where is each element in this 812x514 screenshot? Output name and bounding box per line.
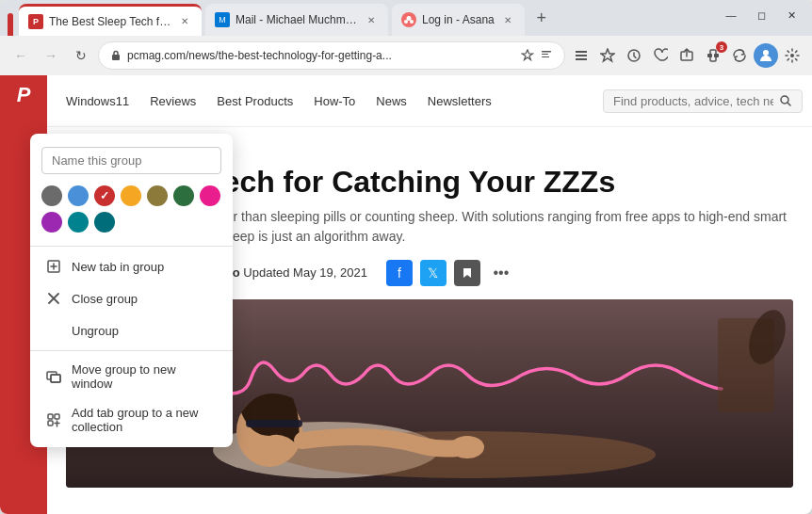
menu-item-close-group-label: Close group (72, 292, 138, 306)
svg-rect-28 (55, 414, 59, 419)
svg-rect-25 (51, 375, 60, 382)
address-reader-icon[interactable] (540, 49, 553, 62)
svg-rect-6 (542, 56, 549, 57)
tab-3-close[interactable]: ✕ (500, 12, 515, 27)
menu-item-close-group[interactable]: Close group (30, 282, 233, 314)
tab-2-favicon: M (215, 12, 230, 27)
swatch-grey[interactable] (41, 185, 62, 206)
tab-1-close[interactable]: ✕ (177, 14, 192, 29)
extension-badge: 3 (716, 41, 727, 53)
menu-item-move-window[interactable]: Move group to new window (30, 355, 233, 398)
minimize-button[interactable]: — (718, 7, 744, 24)
menu-item-new-tab[interactable]: New tab in group (30, 250, 233, 282)
swatch-red[interactable] (94, 185, 115, 206)
add-collection-icon (45, 411, 62, 428)
settings-icon[interactable] (780, 43, 804, 68)
tab-3-title: Log in - Asana (422, 13, 495, 26)
close-group-icon (45, 290, 62, 307)
address-bar[interactable]: pcmag.com/news/the-best-technology-for-g… (98, 41, 565, 70)
collections-icon[interactable] (569, 43, 593, 68)
menu-divider-2 (30, 350, 233, 351)
svg-rect-5 (542, 54, 548, 55)
swatch-cyan[interactable] (94, 212, 115, 233)
tab-group-dropdown: New tab in group Close group Ungroup (30, 134, 233, 447)
extensions-icon[interactable]: 3 (701, 43, 725, 68)
menu-item-ungroup[interactable]: Ungroup (30, 314, 233, 346)
new-tab-icon (45, 258, 62, 275)
color-swatches (30, 180, 233, 242)
menu-item-add-collection[interactable]: Add tab group to a new collection (30, 398, 233, 442)
address-text: pcmag.com/news/the-best-technology-for-g… (127, 49, 515, 62)
browser-window: P The Best Sleep Tech for Catchin... ✕ M… (0, 0, 812, 514)
swatch-teal[interactable] (68, 212, 89, 233)
menu-item-ungroup-label: Ungroup (72, 324, 119, 338)
swatch-purple[interactable] (41, 212, 62, 233)
tab-1[interactable]: P The Best Sleep Tech for Catchin... ✕ (19, 4, 202, 36)
tab-3[interactable]: Log in - Asana ✕ (392, 4, 525, 36)
refresh-button[interactable]: ↻ (68, 42, 94, 69)
move-window-icon (45, 368, 62, 385)
svg-point-1 (404, 20, 408, 24)
svg-point-12 (790, 54, 794, 57)
content-area: P Windows11 Reviews Best Products How-To… (0, 75, 812, 514)
menu-item-move-window-label: Move group to new window (72, 362, 218, 391)
lock-icon (110, 50, 122, 61)
address-star-icon[interactable] (521, 49, 534, 62)
menu-item-new-tab-label: New tab in group (72, 260, 164, 274)
favorites-icon[interactable] (595, 43, 620, 68)
share-icon[interactable] (674, 43, 699, 68)
group-name-section (41, 147, 221, 174)
tab-2-close[interactable]: ✕ (364, 12, 379, 27)
menu-divider-1 (30, 246, 233, 247)
tab-2[interactable]: M Mail - Michael Muchmore - Outl... ✕ (205, 4, 388, 36)
menu-item-add-collection-label: Add tab group to a new collection (72, 406, 218, 434)
back-button[interactable]: ← (8, 42, 34, 69)
title-bar: P The Best Sleep Tech for Catchin... ✕ M… (0, 0, 812, 36)
swatch-dark-green[interactable] (173, 185, 194, 206)
toolbar-icons: 3 (569, 43, 804, 68)
dropdown-overlay: New tab in group Close group Ungroup (0, 75, 812, 514)
maximize-button[interactable]: ◻ (748, 7, 774, 24)
tab-1-title: The Best Sleep Tech for Catchin... (49, 15, 171, 28)
new-tab-button[interactable]: + (528, 5, 555, 31)
svg-rect-27 (48, 414, 53, 419)
svg-rect-4 (542, 51, 551, 53)
svg-rect-29 (48, 421, 53, 426)
history-icon[interactable] (622, 43, 646, 68)
svg-point-11 (763, 50, 769, 56)
swatch-pink[interactable] (200, 185, 220, 206)
ungroup-icon (45, 322, 62, 339)
window-controls: — ◻ ✕ (718, 7, 804, 29)
tab-3-favicon (401, 12, 416, 27)
svg-point-0 (407, 16, 412, 21)
profile-icon[interactable] (754, 43, 778, 68)
close-button[interactable]: ✕ (778, 7, 804, 24)
sync-icon[interactable] (727, 43, 752, 68)
tab-2-title: Mail - Michael Muchmore - Outl... (235, 13, 358, 26)
svg-rect-3 (112, 55, 120, 60)
swatch-blue[interactable] (68, 185, 89, 206)
group-name-input[interactable] (41, 147, 221, 174)
swatch-yellow[interactable] (121, 185, 141, 206)
heart-icon[interactable] (648, 43, 673, 68)
tab-group-indicator (8, 13, 13, 36)
forward-button[interactable]: → (38, 42, 64, 69)
swatch-olive[interactable] (147, 185, 168, 206)
svg-point-2 (410, 20, 414, 24)
toolbar: ← → ↻ pcmag.com/news/the-best-technology… (0, 36, 812, 75)
tab-1-favicon: P (28, 14, 43, 29)
